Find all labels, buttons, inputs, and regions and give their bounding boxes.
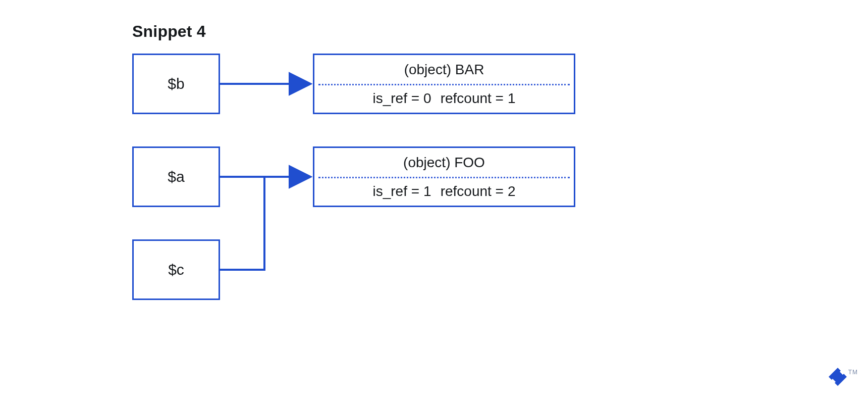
refcount-value: 1 xyxy=(508,90,516,107)
zval-box-bar: (object) BAR is_ref = 0 refcount = 1 xyxy=(313,54,575,114)
is-ref-value: 1 xyxy=(423,183,431,200)
zval-divider xyxy=(318,84,570,85)
refcount-label: refcount = xyxy=(441,90,504,107)
var-box-b: $b xyxy=(132,54,220,114)
var-box-a: $a xyxy=(132,146,220,207)
zval-header: (object) BAR xyxy=(314,55,574,84)
zval-box-foo: (object) FOO is_ref = 1 refcount = 2 xyxy=(313,146,575,207)
arrow-c-join xyxy=(220,177,264,270)
var-label: $b xyxy=(168,75,184,92)
var-box-c: $c xyxy=(132,239,220,300)
is-ref-label: is_ref = xyxy=(372,90,419,107)
var-label: $a xyxy=(168,168,184,185)
zval-detail: is_ref = 1 refcount = 2 xyxy=(314,177,574,206)
diagram-stage: Snippet 4 $b $a $c (object) BAR is_ref =… xyxy=(0,0,868,396)
toptal-logo-icon xyxy=(828,367,850,389)
is-ref-value: 0 xyxy=(423,90,431,107)
zval-detail: is_ref = 0 refcount = 1 xyxy=(314,84,574,113)
zval-header: (object) FOO xyxy=(314,148,574,177)
var-label: $c xyxy=(168,261,184,278)
refcount-label: refcount = xyxy=(441,183,504,200)
trademark-label: TM xyxy=(848,369,858,376)
refcount-value: 2 xyxy=(508,183,516,200)
is-ref-label: is_ref = xyxy=(372,183,419,200)
snippet-title: Snippet 4 xyxy=(132,22,206,41)
zval-divider xyxy=(318,177,570,178)
